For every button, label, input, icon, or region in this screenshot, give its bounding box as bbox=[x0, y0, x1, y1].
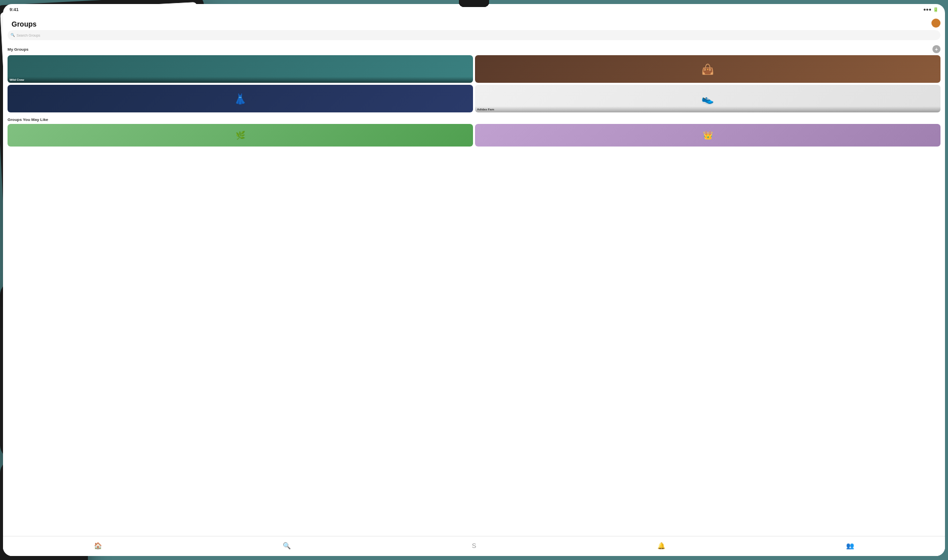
groups-nav: 🏠 🔍 S 🔔 👥 bbox=[4, 536, 944, 556]
nav-feed[interactable]: 🏠 bbox=[94, 542, 102, 549]
nav-group[interactable]: 👥 bbox=[846, 542, 854, 549]
group-adidas[interactable]: 👟 Adidas Fam bbox=[475, 85, 940, 112]
group-wild-crew[interactable]: Wild Crew bbox=[8, 55, 473, 83]
nav-bell[interactable]: 🔔 bbox=[657, 542, 665, 549]
groups-avatar bbox=[931, 19, 940, 28]
nav-search[interactable]: 🔍 bbox=[283, 542, 291, 549]
group-3[interactable]: 👗 bbox=[8, 85, 473, 112]
groups-search-input[interactable]: 🔍 Search Groups bbox=[8, 30, 940, 40]
groups-notch bbox=[459, 0, 489, 7]
nav-s[interactable]: S bbox=[472, 542, 477, 549]
group-2[interactable]: 👜 bbox=[475, 55, 940, 83]
sugg-group-1[interactable]: 🌿 bbox=[8, 124, 473, 147]
add-group-btn[interactable]: + bbox=[932, 45, 940, 53]
sugg-group-2[interactable]: 👑 bbox=[475, 124, 940, 147]
